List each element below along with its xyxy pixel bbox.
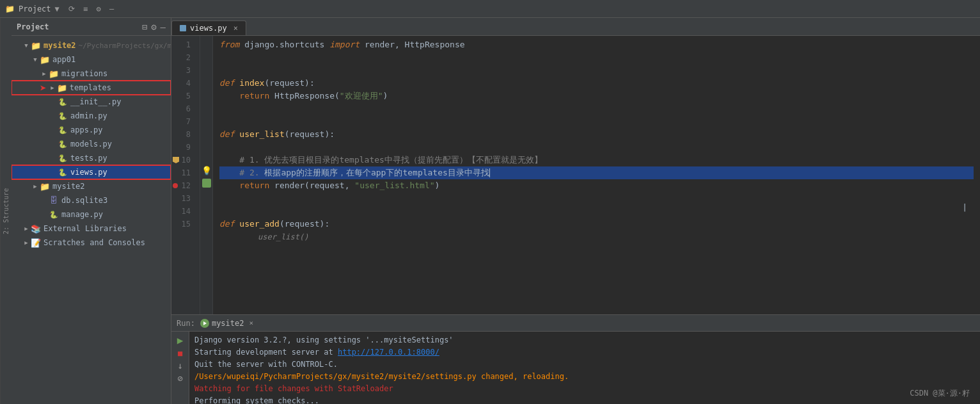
gutter-11-bulb[interactable]: 💡 [200,164,212,177]
line-4: 4 [171,77,194,90]
settings-panel-icon[interactable]: ⚙ [151,22,156,32]
arrow-icon: ▶ [31,182,40,191]
panel-header: Project ⊟ ⚙ – [12,18,171,36]
line-15: 15 [171,218,194,230]
code-line-3 [219,64,974,77]
bookmark-icon [173,157,179,163]
tree-item-tests[interactable]: ▶ 🐍 tests.py [12,151,171,165]
code-line-5: return HttpResponse( "欢迎使用" ) [219,90,974,102]
tree-item-manage[interactable]: ▶ 🐍 manage.py [12,207,171,222]
run-line-5: /Users/wupeiqi/PycharmProjects/gx/mysite… [194,371,975,383]
code-tooltip: user_list() [258,230,974,243]
tree-label-scratches: Scratches and Consoles [43,238,145,247]
tree-label-admin: admin.py [70,111,107,120]
minimize-icon[interactable]: – [109,4,114,13]
tree-item-ext-libs[interactable]: ▶ 📚 External Libraries [12,222,171,236]
tree-label-templates: templates [70,83,111,92]
tree-label-tests: tests.py [70,154,107,163]
run-gutter-icon [202,179,211,188]
settings-icon[interactable]: ⚙ [97,4,101,13]
tree-label-migrations: migrations [61,69,107,78]
gutter-7 [200,113,212,125]
keyword-from: from [219,38,239,51]
tree-label-ext-libs: External Libraries [43,224,127,233]
tree-item-mysite2-sub[interactable]: ▶ 📁 mysite2 [12,179,171,193]
run-header: Run: mysite2 × [171,315,980,332]
sync-icon[interactable]: ⟳ [68,4,75,13]
stop-icon[interactable]: ■ [178,349,182,358]
dropdown-arrow[interactable]: ▼ [55,4,59,13]
code-editor[interactable]: from django.shortcuts import render, Htt… [213,36,980,314]
code-line-8: def user_list (request): [219,128,974,141]
run-tab[interactable]: mysite2 × [200,319,253,328]
gutter-15 [200,215,212,228]
close-panel-icon[interactable]: – [161,22,166,32]
libs-icon: 📚 [31,223,41,234]
line-5: 5 [171,90,194,102]
gutter-3 [200,61,212,74]
run-panel: Run: mysite2 × ▶ ■ ↓ ⊘ Django version 3.… [171,314,980,404]
clear-icon[interactable]: ⊘ [177,373,182,384]
py-icon: 🐍 [58,125,68,135]
run-tab-close[interactable]: × [249,319,253,327]
watermark: CSDN @菜·源·籽 [907,387,972,400]
tree-item-templates[interactable]: ➤ ▶ 📁 templates [12,81,171,95]
arrow-icon: ▶ [40,69,49,78]
tree-label-apps: apps.py [70,125,103,134]
folder-icon: 📁 [31,40,41,51]
arrow-icon: ▼ [31,55,40,64]
rerun-icon[interactable]: ▶ [177,334,184,346]
arrow-icon: ▼ [22,41,31,50]
folder-icon: 📁 [57,83,67,93]
keyword-def-2: def [219,128,234,141]
tree-item-apps[interactable]: ▶ 🐍 apps.py [12,123,171,137]
run-output: Django version 3.2.?, using settings '..… [189,332,980,404]
tree-item-models[interactable]: ▶ 🐍 models.py [12,137,171,151]
function-index: index [239,77,264,90]
line-6: 6 [171,102,194,115]
line-8: 8 [171,128,194,141]
layout-icon[interactable]: ≡ [83,4,88,13]
structure-panel-label[interactable]: 2: Structure [0,18,12,404]
code-area: 1 2 3 4 5 6 7 8 9 10 11 12 13 14 [171,36,980,314]
string-1: "欢迎使用" [340,90,383,102]
comment-2-highlighted: 根据app的注册顺序，在每个app下的templates目录中寻找 [264,166,489,179]
folder-icon: 📁 [49,69,59,79]
collapse-all-icon[interactable]: ⊟ [142,22,147,32]
code-line-9 [219,141,974,154]
folder-icon: 📁 [40,54,50,65]
tree-path: ~/PycharmProjects/gx/my... [79,42,171,50]
top-bar: 📁 Project ▼ ⟳ ≡ ⚙ – [0,0,980,18]
tree-item-scratches[interactable]: ▶ 📝 Scratches and Consoles [12,236,171,250]
cursor-bar: | [962,202,967,212]
editor-area: views.py × 1 2 3 4 5 6 7 8 9 10 11 [171,18,980,404]
tree-item-db[interactable]: ▶ 🗄 db.sqlite3 [12,193,171,207]
tab-bar: views.py × [171,18,980,36]
window-title: 📁 Project ▼ ⟳ ≡ ⚙ – [5,4,114,13]
cursor-position: | [962,202,967,212]
comment-2-prefix: # 2. [219,166,264,179]
red-arrow-icon: ➤ [40,81,47,95]
tree-label-manage: manage.py [61,210,103,219]
tree-item-mysite2-root[interactable]: ▼ 📁 mysite2 ~/PycharmProjects/gx/my... [12,38,171,53]
tree-item-admin[interactable]: ▶ 🐍 admin.py [12,109,171,123]
gutter-1 [200,36,212,49]
tree-label-init: __init__.py [70,97,121,106]
tree-item-migrations[interactable]: ▶ 📁 migrations [12,67,171,81]
code-line-7 [219,115,974,128]
toolbar-icons: ⟳ ≡ ⚙ – [68,4,114,13]
scroll-down-icon[interactable]: ↓ [177,360,182,371]
line-7: 7 [171,115,194,128]
tree-item-views[interactable]: ▶ 🐍 views.py [12,165,171,179]
file-tree: ▼ 📁 mysite2 ~/PycharmProjects/gx/my... ▼… [12,36,171,404]
line-12: 12 [171,179,194,192]
close-tab-icon[interactable]: × [233,24,238,33]
run-line-3: Quit the server with CONTROL-C. [194,359,975,371]
keyword-return-2: return [239,179,269,192]
tree-item-app01[interactable]: ▼ 📁 app01 [12,53,171,67]
tree-item-init[interactable]: ▶ 🐍 __init__.py [12,95,171,109]
arrow-icon: ▶ [48,83,57,92]
tab-views-py[interactable]: views.py × [171,20,246,35]
server-link[interactable]: http://127.0.0.1:8000/ [338,348,439,357]
code-line-2 [219,51,974,64]
